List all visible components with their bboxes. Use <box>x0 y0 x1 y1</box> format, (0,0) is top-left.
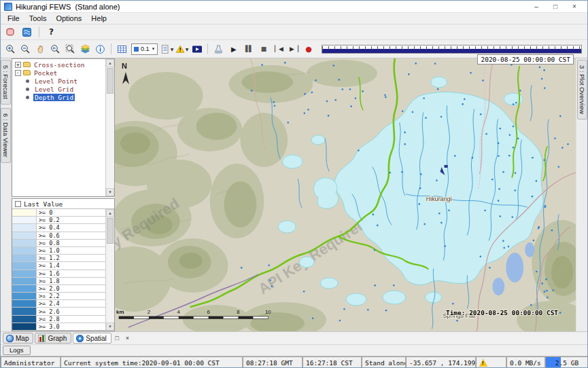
step-first-button[interactable]: ▏◀ <box>271 42 286 56</box>
zoom-out-button[interactable] <box>18 42 33 56</box>
display-list-button[interactable]: ▼ <box>160 42 174 56</box>
map-time-label: Time: 2020-08-25 00:00:00 CST <box>446 309 558 316</box>
zoom-in-button[interactable] <box>3 42 18 56</box>
scroll-track[interactable] <box>106 67 114 188</box>
legend-swatch <box>12 209 37 216</box>
tree-scrollbar[interactable]: ▲ ▼ <box>105 59 114 196</box>
window-title: Hikurangi FEWS (Stand alone) <box>16 3 120 11</box>
display-tab-spatial[interactable]: Spatial <box>73 333 111 344</box>
close-button[interactable]: × <box>565 1 584 12</box>
legend-row: >= 2.4 <box>12 300 105 308</box>
warning-icon[interactable]: ! <box>479 359 487 367</box>
help-button[interactable]: ? <box>44 25 58 39</box>
legend-scrollbar[interactable]: ▲ ▼ <box>105 209 114 331</box>
stop-button[interactable]: ■ <box>256 42 271 56</box>
tree-item-cross-section[interactable]: +Cross-section <box>12 60 105 69</box>
dock-tab-6-data-viewer[interactable]: 6 : Data Viewer <box>1 108 11 163</box>
toolbar-separator <box>39 26 39 37</box>
chevron-down-icon: ▼ <box>171 47 174 52</box>
expand-icon[interactable]: + <box>15 62 21 68</box>
flask-icon <box>213 44 224 54</box>
legend-list: >= 0>= 0.2>= 0.4>= 0.6>= 0.8>= 1.0>= 1.2… <box>12 209 105 331</box>
tab-label: Spatial <box>86 335 107 342</box>
zoom-previous-button[interactable] <box>48 42 63 56</box>
status-mode: Stand alone <box>362 356 406 368</box>
filter-tree-panel: +Cross-section-PocketLevel PointLevel Gr… <box>12 58 115 197</box>
collapse-icon[interactable]: - <box>15 70 21 76</box>
minimize-button[interactable]: – <box>527 1 546 12</box>
legend-row: >= 1.0 <box>12 247 105 255</box>
info-button[interactable] <box>93 42 107 56</box>
scroll-thumb[interactable] <box>107 68 114 94</box>
map-view[interactable]: API Key Required API Key Required <box>115 58 576 331</box>
step-last-button[interactable]: ▶▕ <box>286 42 300 56</box>
tree-item-pocket[interactable]: -Pocket <box>12 69 105 77</box>
scroll-up-icon[interactable]: ▲ <box>106 209 114 217</box>
close-panel-button[interactable]: × <box>123 333 132 343</box>
display-tab-graph[interactable]: Graph <box>35 333 71 344</box>
last-value-checkbox[interactable] <box>15 201 21 207</box>
tab-label: Map <box>16 335 29 342</box>
legend-panel: Last Value >= 0>= 0.2>= 0.4>= 0.6>= 0.8>… <box>12 198 115 331</box>
app-icon <box>4 3 12 11</box>
logs-button[interactable]: Logs <box>3 346 31 355</box>
warning-filter-button[interactable]: ▼ <box>175 42 189 56</box>
explorer-icon <box>22 27 32 37</box>
legend-label: >= 2.2 <box>37 293 105 299</box>
display-tab-map[interactable]: Map <box>3 333 33 344</box>
layers-button[interactable] <box>78 42 92 56</box>
legend-swatch <box>12 262 37 269</box>
tree-item-depth-grid[interactable]: Depth Grid <box>12 93 105 101</box>
legend-label: >= 0.4 <box>37 224 105 231</box>
dock-tab-3-plot-overview[interactable]: 3 : Plot Overview <box>577 60 587 119</box>
legend-chip-icon <box>134 47 139 52</box>
pan-button[interactable] <box>33 42 48 56</box>
grid-display-button[interactable] <box>115 42 129 56</box>
scroll-down-icon[interactable]: ▼ <box>106 188 114 196</box>
legend-swatch <box>12 224 37 231</box>
legend-label: >= 1.8 <box>37 278 105 284</box>
record-button[interactable]: ● <box>301 42 315 56</box>
folder-icon <box>23 70 31 75</box>
title-bar[interactable]: Hikurangi FEWS (Stand alone) – □ × <box>1 1 587 13</box>
tree-item-label: Level Point <box>33 77 79 85</box>
legend-row: >= 1.8 <box>12 278 105 285</box>
tree-item-level-point[interactable]: Level Point <box>12 77 105 85</box>
filter-panel: +Cross-section-PocketLevel PointLevel Gr… <box>12 58 115 331</box>
legend-label: >= 0 <box>37 209 105 216</box>
maximize-button[interactable]: □ <box>546 1 565 12</box>
tree-item-level-grid[interactable]: Level Grid <box>12 85 105 93</box>
logs-bar: Logs <box>1 344 587 356</box>
scale-value-select[interactable]: 0.1 ▼ <box>131 43 158 55</box>
tree-item-label: Cross-section <box>33 61 86 69</box>
database-button[interactable] <box>3 25 18 39</box>
zoom-in-icon <box>5 44 16 54</box>
map-canvas[interactable]: API Key Required API Key Required <box>115 58 576 331</box>
dot-icon <box>26 96 29 99</box>
chevron-down-icon: ▼ <box>152 47 156 51</box>
menu-help[interactable]: Help <box>86 14 111 23</box>
scroll-down-icon[interactable]: ▼ <box>106 323 114 331</box>
pause-button[interactable]: ▌▌ <box>241 42 256 56</box>
profile-tool-button[interactable] <box>211 42 226 56</box>
explorer-button[interactable] <box>20 25 34 39</box>
status-text: 08:27:18 GMT <box>246 359 293 367</box>
record-icon: ● <box>305 45 312 54</box>
chevron-down-icon: ▼ <box>186 47 189 52</box>
scroll-thumb[interactable] <box>107 218 114 244</box>
legend-swatch <box>12 300 37 307</box>
animation-button[interactable] <box>190 42 204 56</box>
tree-item-label: Pocket <box>33 69 58 77</box>
legend-swatch <box>12 323 37 330</box>
dock-tab-5-forecast[interactable]: 5 : Forecast <box>1 60 11 105</box>
time-slider[interactable] <box>322 45 582 54</box>
maximize-panel-button[interactable]: □ <box>113 333 122 343</box>
scroll-track[interactable] <box>106 217 114 323</box>
scroll-up-icon[interactable]: ▲ <box>106 59 114 67</box>
menu-file[interactable]: File <box>3 14 24 23</box>
menu-options[interactable]: Options <box>51 14 86 23</box>
menu-tools[interactable]: Tools <box>24 14 52 23</box>
play-button[interactable]: ▶ <box>226 42 241 56</box>
main-toolbar: ? <box>1 24 587 40</box>
zoom-extent-button[interactable] <box>63 42 77 56</box>
